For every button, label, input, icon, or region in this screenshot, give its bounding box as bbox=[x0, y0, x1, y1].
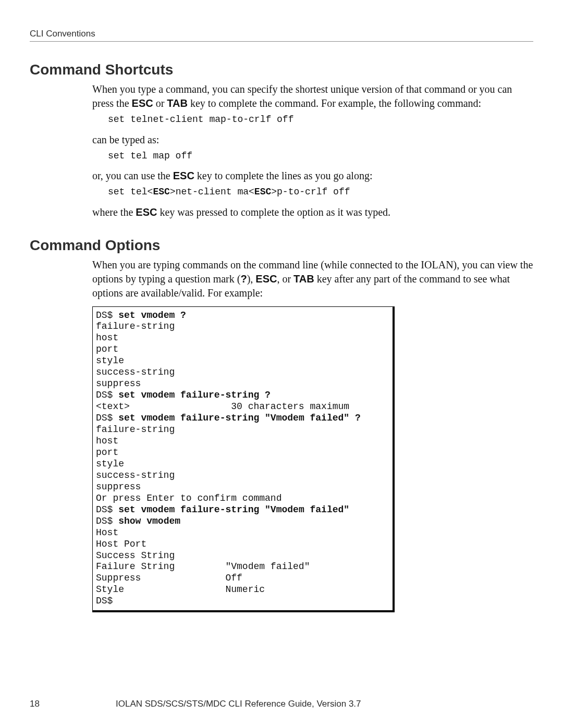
prompt: DS$ bbox=[96, 516, 118, 526]
page-number: 18 bbox=[30, 699, 116, 709]
terminal-line: style bbox=[96, 355, 387, 367]
terminal-line: failure-string bbox=[96, 321, 387, 332]
text: , or bbox=[277, 273, 293, 285]
terminal-line: host bbox=[96, 332, 387, 344]
key-question: ? bbox=[240, 273, 247, 285]
terminal-line: port bbox=[96, 344, 387, 355]
terminal-line: Host Port bbox=[96, 539, 387, 550]
terminal-output-box: DS$ set vmodem ?failure-stringhostportst… bbox=[92, 306, 395, 613]
terminal-line: Or press Enter to confirm command bbox=[96, 493, 387, 504]
terminal-line: Style Numeric bbox=[96, 584, 387, 596]
command: set vmodem failure-string "Vmodem failed… bbox=[118, 413, 360, 423]
text: key was pressed to complete the option a… bbox=[157, 206, 390, 218]
text: or bbox=[153, 97, 167, 109]
text: set tel< bbox=[108, 187, 153, 197]
key-tab: TAB bbox=[167, 97, 188, 109]
key-esc: ESC bbox=[153, 187, 169, 197]
header-rule bbox=[30, 41, 533, 42]
para: When you type a command, you can specify… bbox=[92, 82, 533, 110]
para: can be typed as: bbox=[92, 133, 533, 147]
terminal-line: Failure String "Vmodem failed" bbox=[96, 561, 387, 573]
command: set vmodem failure-string "Vmodem failed… bbox=[118, 504, 349, 515]
section1-body: When you type a command, you can specify… bbox=[92, 82, 533, 219]
para: where the ESC key was pressed to complet… bbox=[92, 205, 533, 219]
terminal-line: suppress bbox=[96, 378, 387, 390]
prompt: DS$ bbox=[96, 310, 118, 320]
terminal-line: success-string bbox=[96, 367, 387, 378]
terminal-line: port bbox=[96, 447, 387, 459]
terminal-line: DS$ bbox=[96, 596, 387, 607]
key-esc: ESC bbox=[132, 97, 153, 109]
terminal-line: <text> 30 characters maximum bbox=[96, 401, 387, 413]
doc-title: IOLAN SDS/SCS/STS/MDC CLI Reference Guid… bbox=[116, 699, 361, 709]
key-tab: TAB bbox=[293, 273, 314, 285]
terminal-line: DS$ show vmodem bbox=[96, 516, 387, 527]
text: key to complete the lines as you go alon… bbox=[194, 170, 373, 181]
terminal-line: Success String bbox=[96, 550, 387, 562]
prompt: DS$ bbox=[96, 413, 118, 423]
command: set vmodem failure-string ? bbox=[118, 390, 271, 400]
text: >p-to-crlf off bbox=[271, 187, 350, 197]
section2-body: When you are typing commands on the comm… bbox=[92, 258, 533, 613]
text: where the bbox=[92, 206, 136, 218]
page: CLI Conventions Command Shortcuts When y… bbox=[0, 0, 563, 728]
command: show vmodem bbox=[118, 516, 180, 526]
text: key to complete the command. For example… bbox=[188, 97, 481, 109]
code-example-1: set telnet-client map-to-crlf off bbox=[108, 114, 533, 126]
terminal-line: suppress bbox=[96, 482, 387, 493]
prompt: DS$ bbox=[96, 504, 118, 515]
code-example-2: set tel map off bbox=[108, 150, 533, 162]
page-footer: 18IOLAN SDS/SCS/STS/MDC CLI Reference Gu… bbox=[30, 699, 533, 709]
key-esc: ESC bbox=[254, 187, 271, 197]
terminal-line: failure-string bbox=[96, 424, 387, 436]
text: >net-client ma< bbox=[170, 187, 254, 197]
key-esc: ESC bbox=[136, 206, 157, 218]
key-esc: ESC bbox=[255, 273, 277, 285]
terminal-line: Host bbox=[96, 527, 387, 539]
terminal-line: Suppress Off bbox=[96, 573, 387, 584]
terminal-line: DS$ set vmodem ? bbox=[96, 310, 387, 322]
terminal-line: host bbox=[96, 436, 387, 447]
code-example-3: set tel<ESC>net-client ma<ESC>p-to-crlf … bbox=[108, 186, 533, 198]
terminal-line: style bbox=[96, 459, 387, 470]
para: When you are typing commands on the comm… bbox=[92, 258, 533, 300]
para: or, you can use the ESC key to complete … bbox=[92, 169, 533, 183]
prompt: DS$ bbox=[96, 390, 118, 400]
terminal-line: DS$ set vmodem failure-string "Vmodem fa… bbox=[96, 413, 387, 424]
key-esc: ESC bbox=[173, 170, 194, 181]
running-header: CLI Conventions bbox=[30, 29, 533, 41]
terminal-line: DS$ set vmodem failure-string "Vmodem fa… bbox=[96, 504, 387, 516]
heading-command-shortcuts: Command Shortcuts bbox=[30, 61, 533, 78]
text: or, you can use the bbox=[92, 170, 173, 181]
text: ), bbox=[247, 273, 256, 285]
terminal-line: DS$ set vmodem failure-string ? bbox=[96, 390, 387, 401]
terminal-line: success-string bbox=[96, 470, 387, 482]
command: set vmodem ? bbox=[118, 310, 186, 320]
heading-command-options: Command Options bbox=[30, 237, 533, 254]
